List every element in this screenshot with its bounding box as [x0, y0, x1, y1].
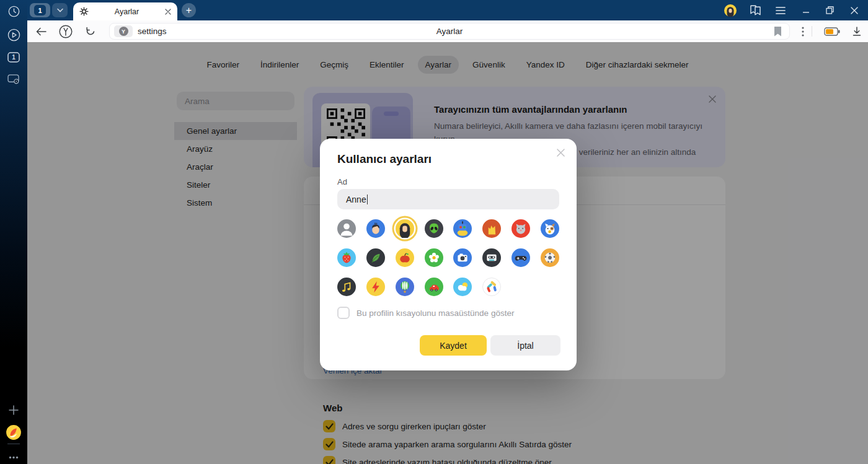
- save-button[interactable]: Kaydet: [420, 335, 487, 356]
- dialog-title: Kullanıcı ayarları: [337, 152, 432, 166]
- tab-count: 1: [34, 5, 46, 15]
- download-icon: [852, 27, 862, 37]
- play-circle-icon: [7, 28, 20, 42]
- bookmark-flag-icon: [774, 27, 782, 37]
- screenshot-button[interactable]: [0, 69, 27, 89]
- player-button[interactable]: [0, 25, 27, 45]
- avatar-option-man[interactable]: [366, 219, 385, 238]
- tab-list-chevron-button[interactable]: [52, 3, 68, 17]
- avatar-option-fox[interactable]: [482, 219, 501, 238]
- dialog-close-button[interactable]: [554, 146, 567, 159]
- yandex-browser-logo[interactable]: [0, 422, 27, 442]
- browser-logo-icon: [6, 424, 22, 440]
- plus-icon: [9, 405, 19, 415]
- tab-ayarlar[interactable]: Ayarlar: [73, 2, 177, 20]
- avatar-option-camera[interactable]: [453, 248, 472, 267]
- address-bar-page-title: Ayarlar: [110, 27, 789, 36]
- profile-avatar-icon: [724, 4, 737, 17]
- avatar-option-leaf[interactable]: [366, 248, 385, 267]
- avatar-grid: [337, 219, 559, 296]
- yandex-home-button[interactable]: [56, 20, 76, 42]
- tab-title: Ayarlar: [89, 7, 165, 16]
- close-icon: [851, 7, 858, 14]
- chevron-down-icon: [56, 8, 64, 13]
- back-button[interactable]: [31, 20, 51, 42]
- tab-counter-button[interactable]: 1: [30, 3, 50, 17]
- avatar-option-apple[interactable]: [396, 248, 414, 267]
- refresh-button[interactable]: [81, 20, 100, 42]
- cancel-button[interactable]: İptal: [490, 335, 560, 356]
- downloads-button[interactable]: [847, 20, 867, 42]
- gear-icon: [79, 7, 89, 16]
- collections-icon: [750, 5, 761, 15]
- tab-close-icon[interactable]: [165, 9, 171, 15]
- avatar-option-music-note[interactable]: [337, 278, 356, 296]
- browser-window: 1 Ayarlar +: [0, 0, 868, 464]
- avatar-option-strawberry[interactable]: [337, 248, 356, 267]
- clock-icon: [8, 6, 20, 17]
- svg-text:1: 1: [12, 54, 16, 61]
- ellipsis-icon: [9, 456, 19, 459]
- toolbar-divider: [812, 26, 812, 37]
- minimize-icon: [802, 7, 810, 14]
- desktop-shortcut-checkbox-row[interactable]: Bu profilin kısayolunu masaüstünde göste…: [337, 307, 514, 319]
- desktop-shortcut-label: Bu profilin kısayolunu masaüstünde göste…: [356, 309, 514, 318]
- name-input-value: Anne: [346, 195, 366, 204]
- sidebar-divider: [7, 444, 20, 444]
- side-panel: 1: [0, 0, 27, 464]
- text-caret: [367, 195, 368, 204]
- tabs-panel-button[interactable]: 1: [0, 47, 27, 67]
- avatar-option-soccer-ball[interactable]: [541, 248, 559, 267]
- avatar-option-person[interactable]: [337, 219, 356, 238]
- collections-button[interactable]: [746, 0, 764, 20]
- name-input[interactable]: Anne: [337, 189, 559, 209]
- screenshot-icon: [7, 74, 20, 85]
- menu-button[interactable]: [771, 0, 790, 20]
- user-settings-dialog: Kullanıcı ayarları Ad Anne Bu profilin k…: [320, 139, 577, 370]
- avatar-option-gamepad[interactable]: [512, 248, 530, 267]
- avatar-option-woman[interactable]: [396, 219, 414, 238]
- hamburger-icon: [776, 7, 786, 14]
- refresh-icon: [85, 26, 96, 37]
- new-tab-button[interactable]: +: [182, 3, 196, 17]
- avatar-option-cassette[interactable]: [482, 248, 501, 267]
- yandex-logo-icon: [59, 25, 73, 38]
- history-button[interactable]: [0, 1, 27, 21]
- avatar-option-weather[interactable]: [453, 278, 472, 296]
- avatar-option-robot[interactable]: [453, 219, 472, 238]
- restore-button[interactable]: [820, 0, 839, 20]
- sidebar-more-button[interactable]: [0, 447, 27, 464]
- dialog-buttons: Kaydet İptal: [420, 335, 560, 356]
- name-field-label: Ad: [337, 177, 347, 186]
- avatar-option-hot-air-balloon[interactable]: [396, 278, 414, 296]
- avatar-option-flower[interactable]: [425, 248, 443, 267]
- tab-bar: 1 Ayarlar +: [0, 0, 868, 20]
- desktop-shortcut-checkbox[interactable]: [337, 307, 350, 319]
- avatar-option-alien[interactable]: [425, 219, 443, 238]
- address-bar: Y settings Ayarlar: [27, 20, 868, 42]
- tab-count-icon: 1: [7, 52, 20, 63]
- dialog-close-icon: [557, 149, 565, 157]
- back-arrow-icon: [36, 27, 46, 36]
- avatar-option-dog[interactable]: [541, 219, 559, 238]
- restore-icon: [826, 6, 834, 14]
- close-window-button[interactable]: [845, 0, 864, 20]
- bookmark-button[interactable]: [774, 27, 782, 39]
- browser-extensions-button[interactable]: [793, 20, 813, 42]
- site-favicon-icon: Y: [119, 27, 128, 36]
- site-favicon-badge: Y: [114, 25, 133, 37]
- avatar-option-car[interactable]: [425, 278, 443, 296]
- battery-saver-button[interactable]: [820, 20, 844, 42]
- sidebar-add-button[interactable]: [0, 400, 27, 420]
- vertical-dots-icon: [802, 27, 804, 37]
- avatar-option-cat[interactable]: [512, 219, 530, 238]
- url-text: settings: [138, 27, 167, 36]
- minimize-button[interactable]: [797, 0, 815, 20]
- avatar-option-lightning[interactable]: [366, 278, 385, 296]
- avatar-option-colorful[interactable]: [482, 278, 501, 296]
- url-field[interactable]: Y settings Ayarlar: [109, 23, 790, 40]
- battery-icon: [824, 27, 840, 36]
- profile-avatar-button[interactable]: [721, 0, 740, 20]
